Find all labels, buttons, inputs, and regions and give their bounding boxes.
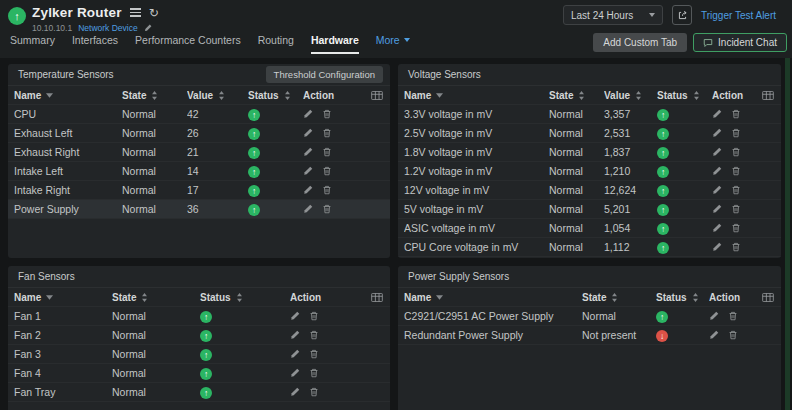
edit-icon[interactable]	[712, 128, 722, 138]
column-header-state[interactable]: State	[582, 292, 656, 303]
delete-icon[interactable]	[309, 368, 319, 378]
edit-icon[interactable]	[712, 147, 722, 157]
menu-icon[interactable]	[130, 8, 141, 17]
edit-icon[interactable]	[303, 109, 313, 119]
table-row[interactable]: ASIC voltage in mVNormal1,054↑	[398, 219, 781, 238]
delete-icon[interactable]	[728, 311, 738, 321]
column-header-status[interactable]: Status	[656, 292, 709, 303]
column-chooser-icon[interactable]	[371, 91, 390, 100]
delete-icon[interactable]	[731, 242, 741, 252]
edit-icon[interactable]	[712, 109, 722, 119]
edit-icon[interactable]	[303, 185, 313, 195]
refresh-icon[interactable]: ↻	[149, 7, 159, 19]
table-row[interactable]: Intake RightNormal17↑	[8, 181, 390, 200]
delete-icon[interactable]	[731, 204, 741, 214]
column-header-value[interactable]: Value	[604, 90, 657, 101]
delete-icon[interactable]	[731, 128, 741, 138]
edit-icon[interactable]	[290, 311, 300, 321]
tab-interfaces[interactable]: Interfaces	[72, 34, 118, 52]
edit-icon[interactable]	[303, 147, 313, 157]
edit-device-icon[interactable]	[144, 24, 152, 32]
delete-icon[interactable]	[731, 109, 741, 119]
delete-icon[interactable]	[322, 204, 332, 214]
column-header-status[interactable]: Status	[248, 90, 303, 101]
add-custom-tab-button[interactable]: Add Custom Tab	[593, 33, 687, 52]
tab-routing[interactable]: Routing	[258, 34, 294, 52]
edit-icon[interactable]	[290, 330, 300, 340]
trigger-test-alert-link[interactable]: Trigger Test Alert	[701, 10, 776, 21]
column-chooser-icon[interactable]	[762, 293, 781, 302]
tab-hardware[interactable]: Hardware	[311, 34, 359, 54]
table-row[interactable]: Exhaust LeftNormal26↑	[8, 124, 390, 143]
device-type-link[interactable]: Network Device	[78, 23, 138, 33]
table-row[interactable]: Fan TrayNormal↑	[8, 383, 390, 402]
tab-summary[interactable]: Summary	[10, 34, 55, 52]
column-header-state[interactable]: State	[122, 90, 187, 101]
delete-icon[interactable]	[731, 147, 741, 157]
delete-icon[interactable]	[728, 330, 738, 340]
delete-icon[interactable]	[309, 311, 319, 321]
status-cell: ↑	[657, 222, 712, 235]
column-chooser-icon[interactable]	[762, 91, 781, 100]
delete-icon[interactable]	[309, 387, 319, 397]
column-header-state[interactable]: State	[112, 292, 200, 303]
table-row[interactable]: 5V voltage in mVNormal5,201↑	[398, 200, 781, 219]
table-row[interactable]: 12V voltage in mVNormal12,624↑	[398, 181, 781, 200]
table-row[interactable]: Exhaust RightNormal21↑	[8, 143, 390, 162]
delete-icon[interactable]	[731, 223, 741, 233]
table-row[interactable]: C2921/C2951 AC Power SupplyNormal↑	[398, 307, 781, 326]
table-row[interactable]: Fan 1Normal↑	[8, 307, 390, 326]
column-header-name[interactable]: Name	[14, 90, 122, 101]
column-header-status[interactable]: Status	[657, 90, 712, 101]
column-header-value[interactable]: Value	[187, 90, 248, 101]
table-row[interactable]: CPUNormal42↑	[8, 105, 390, 124]
delete-icon[interactable]	[322, 109, 332, 119]
edit-icon[interactable]	[712, 185, 722, 195]
column-header-name[interactable]: Name	[404, 90, 549, 101]
edit-icon[interactable]	[709, 311, 719, 321]
delete-icon[interactable]	[731, 185, 741, 195]
column-chooser-icon[interactable]	[371, 293, 390, 302]
delete-icon[interactable]	[322, 166, 332, 176]
edit-icon[interactable]	[712, 242, 722, 252]
table-row[interactable]: 2.5V voltage in mVNormal2,531↑	[398, 124, 781, 143]
table-row[interactable]: Power SupplyNormal36↑	[8, 200, 390, 219]
edit-icon[interactable]	[709, 330, 719, 340]
trigger-alert-icon-button[interactable]	[672, 5, 692, 25]
table-row[interactable]: Fan 2Normal↑	[8, 326, 390, 345]
table-row[interactable]: CPU Core voltage in mVNormal1,112↑	[398, 238, 781, 257]
column-header-status[interactable]: Status	[200, 292, 290, 303]
table-row[interactable]: 3.3V voltage in mVNormal3,357↑	[398, 105, 781, 124]
table-row[interactable]: 1.2V voltage in mVNormal1,210↑	[398, 162, 781, 181]
delete-icon[interactable]	[322, 185, 332, 195]
edit-icon[interactable]	[712, 223, 722, 233]
table-row[interactable]: Fan 3Normal↑	[8, 345, 390, 364]
table-row[interactable]: Redundant Power SupplyNot present↓	[398, 326, 781, 345]
delete-icon[interactable]	[322, 147, 332, 157]
edit-icon[interactable]	[303, 128, 313, 138]
column-header-action: Action	[709, 292, 762, 303]
edit-icon[interactable]	[712, 166, 722, 176]
threshold-configuration-button[interactable]: Threshold Configuration	[266, 66, 383, 83]
delete-icon[interactable]	[309, 349, 319, 359]
edit-icon[interactable]	[290, 349, 300, 359]
time-range-select[interactable]: Last 24 Hours	[563, 5, 663, 25]
tab-performance-counters[interactable]: Performance Counters	[135, 34, 241, 52]
delete-icon[interactable]	[731, 166, 741, 176]
table-row[interactable]: 1.8V voltage in mVNormal1,837↑	[398, 143, 781, 162]
edit-icon[interactable]	[290, 368, 300, 378]
tab-more[interactable]: More	[376, 34, 410, 52]
table-row[interactable]: Fan 4Normal↑	[8, 364, 390, 383]
table-row[interactable]: Intake LeftNormal14↑	[8, 162, 390, 181]
incident-chat-button[interactable]: Incident Chat	[693, 33, 787, 52]
edit-icon[interactable]	[303, 204, 313, 214]
delete-icon[interactable]	[309, 330, 319, 340]
delete-icon[interactable]	[322, 128, 332, 138]
status-up-icon: ↑	[657, 185, 669, 197]
column-header-name[interactable]: Name	[14, 292, 112, 303]
edit-icon[interactable]	[290, 387, 300, 397]
edit-icon[interactable]	[303, 166, 313, 176]
edit-icon[interactable]	[712, 204, 722, 214]
column-header-name[interactable]: Name	[404, 292, 582, 303]
column-header-state[interactable]: State	[549, 90, 604, 101]
